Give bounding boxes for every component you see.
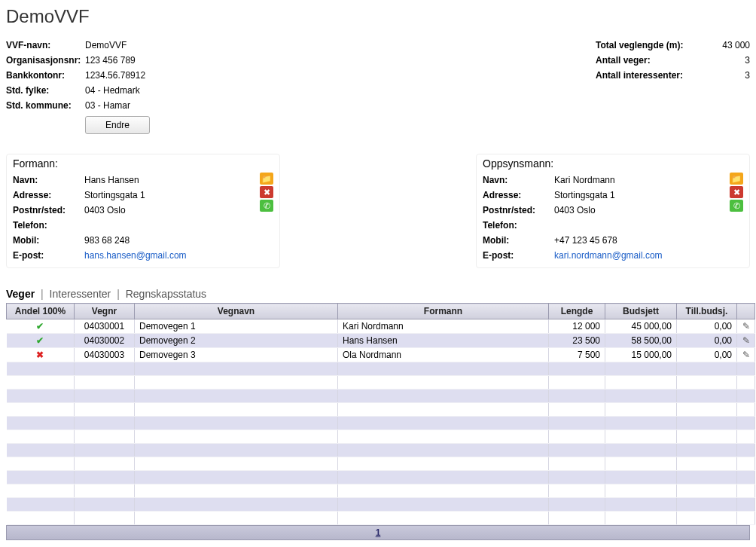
table-row: [7, 403, 755, 417]
formann-epost-link[interactable]: hans.hansen@gmail.com: [84, 248, 187, 263]
oppsyn-telefon-label: Telefon:: [483, 218, 554, 233]
pencil-icon[interactable]: ✎: [742, 350, 750, 360]
oppsyn-postnr-label: Postnr/sted:: [483, 203, 554, 218]
formann-mobil: 983 68 248: [84, 233, 130, 248]
oppsyn-navn-label: Navn:: [483, 173, 554, 188]
oppsyn-postnr: 0403 Oslo: [554, 203, 596, 218]
formann-postnr-label: Postnr/sted:: [13, 203, 84, 218]
vvf-navn-label: VVF-navn:: [6, 38, 85, 53]
bank-label: Bankkontonr:: [6, 68, 85, 83]
table-row: [7, 430, 755, 444]
oppsyn-epost-link[interactable]: kari.nordmann@gmail.com: [554, 248, 663, 263]
formann-navn-label: Navn:: [13, 173, 84, 188]
kommune-label: Std. kommune:: [6, 98, 85, 113]
close-icon[interactable]: ✖: [730, 186, 743, 198]
folder-icon[interactable]: 📁: [260, 173, 273, 185]
vvf-navn-value: DemoVVF: [85, 38, 127, 53]
formann-postnr: 0403 Oslo: [84, 203, 126, 218]
totals-block: Total veglengde (m):43 000 Antall veger:…: [596, 38, 750, 134]
col-vegnr[interactable]: Vegnr: [75, 304, 135, 319]
lengde-cell: 7 500: [549, 348, 605, 362]
till-cell: 0,00: [677, 319, 737, 334]
formann-cell: Ola Nordmann: [338, 348, 549, 362]
lengde-cell: 23 500: [549, 334, 605, 348]
formann-cell: Hans Hansen: [338, 334, 549, 348]
tab-interessenter[interactable]: Interessenter: [50, 288, 111, 300]
close-icon[interactable]: ✖: [260, 186, 273, 198]
tab-regnskapsstatus[interactable]: Regnskapsstatus: [126, 288, 206, 300]
formann-card: Formann: Navn:Hans Hansen Adresse:Storti…: [6, 154, 280, 268]
pencil-icon[interactable]: ✎: [742, 335, 750, 346]
endre-button[interactable]: Endre: [85, 116, 150, 134]
check-icon: ✔: [36, 321, 44, 332]
table-row: [7, 471, 755, 484]
cross-icon: ✖: [36, 350, 44, 360]
till-cell: 0,00: [677, 348, 737, 362]
col-till[interactable]: Till.budsj.: [677, 304, 737, 319]
oppsyn-adresse: Stortingsgata 1: [554, 188, 615, 203]
oppsynsmann-card: Oppsynsmann: Navn:Kari Nordmann Adresse:…: [476, 154, 750, 268]
oppsyn-mobil: +47 123 45 678: [554, 233, 617, 248]
table-row: [7, 484, 755, 498]
till-cell: 0,00: [677, 334, 737, 348]
table-row: [7, 444, 755, 457]
total-veglengde-value: 43 000: [712, 38, 750, 53]
budsjett-cell: 58 500,00: [605, 334, 677, 348]
col-formann[interactable]: Formann: [338, 304, 549, 319]
budsjett-cell: 45 000,00: [605, 319, 677, 334]
oppsyn-adresse-label: Adresse:: [483, 188, 554, 203]
vegnr-cell: 04030002: [75, 334, 135, 348]
table-row[interactable]: ✔04030002Demovegen 2Hans Hansen23 50058 …: [7, 334, 755, 348]
veger-grid: Andel 100% Vegnr Vegnavn Formann Lengde …: [6, 303, 755, 525]
col-budsjett[interactable]: Budsjett: [605, 304, 677, 319]
table-row: [7, 498, 755, 512]
kommune-value: 03 - Hamar: [85, 98, 130, 113]
tabs: Veger | Interessenter | Regnskapsstatus: [6, 288, 750, 300]
fylke-value: 04 - Hedmark: [85, 83, 140, 98]
orgnr-label: Organisasjonsnr:: [6, 53, 85, 68]
pencil-icon[interactable]: ✎: [742, 321, 750, 332]
phone-icon[interactable]: ✆: [730, 200, 743, 212]
table-row: [7, 390, 755, 403]
vegnavn-cell: Demovegen 1: [135, 319, 338, 334]
formann-title: Formann:: [13, 157, 273, 170]
antall-veger-label: Antall veger:: [596, 53, 712, 68]
col-vegnavn[interactable]: Vegnavn: [135, 304, 338, 319]
page-title: DemoVVF: [6, 6, 750, 27]
formann-mobil-label: Mobil:: [13, 233, 84, 248]
andel-cell: ✔: [7, 334, 75, 348]
table-row: [7, 512, 755, 525]
bank-value: 1234.56.78912: [85, 68, 145, 83]
col-lengde[interactable]: Lengde: [549, 304, 605, 319]
formann-navn: Hans Hansen: [84, 173, 139, 188]
formann-cell: Kari Nordmann: [338, 319, 549, 334]
formann-epost-label: E-post:: [13, 248, 84, 263]
folder-icon[interactable]: 📁: [730, 173, 743, 185]
col-andel[interactable]: Andel 100%: [7, 304, 75, 319]
formann-adresse-label: Adresse:: [13, 188, 84, 203]
antall-interessenter-label: Antall interessenter:: [596, 68, 712, 83]
oppsyn-mobil-label: Mobil:: [483, 233, 554, 248]
tab-veger[interactable]: Veger: [6, 288, 35, 300]
antall-interessenter-value: 3: [712, 68, 750, 83]
table-row: [7, 376, 755, 390]
antall-veger-value: 3: [712, 53, 750, 68]
andel-cell: ✖: [7, 348, 75, 362]
table-row[interactable]: ✔04030001Demovegen 1Kari Nordmann12 0004…: [7, 319, 755, 334]
col-edit: [737, 304, 755, 319]
table-row[interactable]: ✖04030003Demovegen 3Ola Nordmann7 50015 …: [7, 348, 755, 362]
phone-icon[interactable]: ✆: [260, 200, 273, 212]
vegnr-cell: 04030001: [75, 319, 135, 334]
vvf-info-block: VVF-navn:DemoVVF Organisasjonsnr:123 456…: [6, 38, 150, 134]
vegnavn-cell: Demovegen 3: [135, 348, 338, 362]
orgnr-value: 123 456 789: [85, 53, 136, 68]
oppsyn-navn: Kari Nordmann: [554, 173, 615, 188]
formann-adresse: Stortingsgata 1: [84, 188, 145, 203]
lengde-cell: 12 000: [549, 319, 605, 334]
table-row: [7, 362, 755, 376]
table-row: [7, 417, 755, 430]
vegnr-cell: 04030003: [75, 348, 135, 362]
pager[interactable]: 1: [6, 525, 750, 540]
andel-cell: ✔: [7, 319, 75, 334]
formann-telefon-label: Telefon:: [13, 218, 84, 233]
